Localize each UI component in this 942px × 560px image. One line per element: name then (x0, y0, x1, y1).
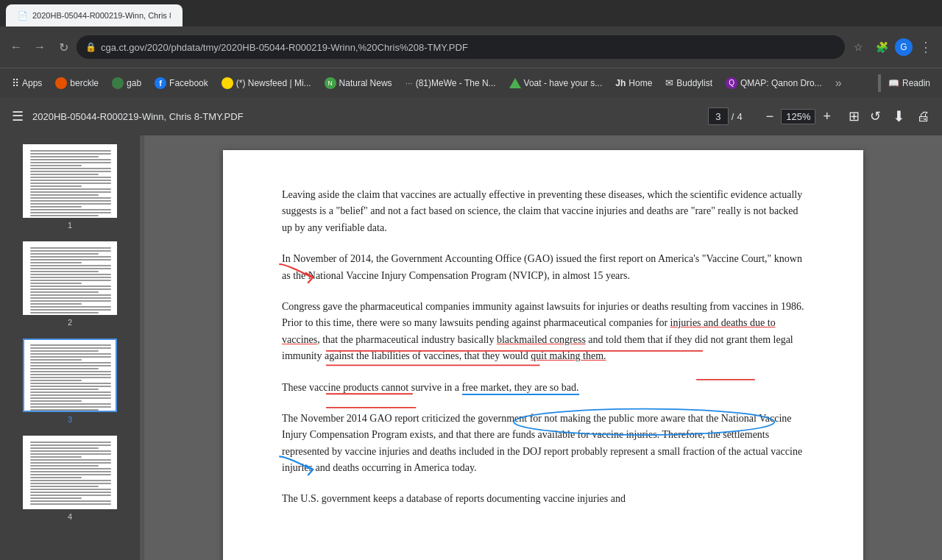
bookmark-qmap[interactable]: Q QMAP: Qanon Dro... (720, 74, 828, 92)
menu-button[interactable]: ⋮ (916, 37, 936, 57)
reading-icon: 📖 (888, 78, 899, 88)
bookmark-label: (81)MeWe - The N... (416, 78, 496, 88)
zoom-out-button[interactable]: − (762, 107, 779, 126)
bookmark-label: (*) Newsfeed | Mi... (236, 78, 311, 88)
more-bookmarks-icon: » (835, 77, 842, 90)
bookmark-mewe[interactable]: ··· (81)MeWe - The N... (400, 75, 502, 91)
download-button[interactable]: ⬇ (890, 104, 908, 128)
pdf-content-area: Leaving aside the claim that vaccines ar… (144, 135, 942, 560)
pdf-page-controls: / 4 − 125% + ⊞ ↺ (708, 105, 884, 127)
toolbar-divider (878, 74, 881, 92)
thumb-page-1 (23, 144, 117, 218)
pdf-viewer: ☰ 2020HB-05044-R000219-Winn, Chris 8-TMY… (0, 97, 942, 560)
bookmark-label: gab (127, 78, 141, 88)
tab-title: 2020HB-05044-R000219-Winn, Chris 8-TMY.P… (32, 11, 171, 20)
rotate-button[interactable]: ↺ (867, 105, 884, 127)
pdf-page-display: / 4 (708, 107, 743, 125)
pdf-paragraph-2: In November of 2014, the Government Acco… (282, 251, 804, 284)
thumb-num-1: 1 (68, 221, 72, 230)
gab-icon (112, 77, 124, 89)
pdf-paragraph-4: These vaccine products cannot survive in… (282, 380, 804, 396)
home-icon: Jh (615, 78, 626, 88)
pdf-total-pages: 4 (737, 111, 742, 122)
tab-bar: 📄 2020HB-05044-R000219-Winn, Chris 8-TMY… (0, 0, 942, 26)
zoom-in-button[interactable]: + (818, 107, 835, 126)
back-button[interactable]: ← (6, 37, 26, 57)
bookmark-apps[interactable]: ⠿ Apps (6, 74, 48, 92)
bookmark-gab[interactable]: gab (106, 74, 147, 92)
thumb-num-2: 2 (68, 318, 72, 327)
pdf-right-controls: ⬇ 🖨 (890, 104, 933, 128)
thumbnail-3[interactable]: 3 (6, 339, 134, 424)
forward-button[interactable]: → (29, 37, 50, 57)
thumbnail-2[interactable]: 2 (6, 241, 134, 327)
bookmark-label: Buddylist (676, 78, 712, 88)
mewe-icon: ··· (406, 78, 413, 88)
bookmark-naturalnews[interactable]: N Natural News (319, 74, 398, 92)
buddylist-icon: ✉ (665, 77, 673, 88)
bookmark-buddylist[interactable]: ✉ Buddylist (659, 74, 718, 91)
pdf-page-3: Leaving aside the claim that vaccines ar… (223, 150, 863, 560)
berckle-icon (55, 77, 67, 89)
voat-icon (509, 78, 521, 88)
print-button[interactable]: 🖨 (914, 106, 933, 127)
bookmark-reading[interactable]: 📖 Readin (882, 75, 936, 91)
bookmark-label: Apps (22, 78, 42, 88)
bookmark-berckle[interactable]: berckle (49, 74, 105, 92)
pdf-title: 2020HB-05044-R000219-Winn, Chris 8-TMY.P… (32, 111, 702, 122)
pdf-toolbar: ☰ 2020HB-05044-R000219-Winn, Chris 8-TMY… (0, 97, 942, 135)
star-button[interactable]: ☆ (848, 37, 868, 57)
bookmark-facebook[interactable]: f Facebook (149, 74, 214, 92)
bookmark-label: Readin (902, 78, 930, 88)
bookmark-more[interactable]: » (829, 74, 848, 93)
active-tab[interactable]: 📄 2020HB-05044-R000219-Winn, Chris 8-TMY… (6, 4, 183, 26)
newsfeed-icon (222, 77, 233, 89)
thumb-page-4 (23, 436, 117, 509)
browser-chrome: 📄 2020HB-05044-R000219-Winn, Chris 8-TMY… (0, 0, 942, 97)
bookmark-label: Natural News (339, 78, 392, 88)
thumb-page-3 (23, 339, 117, 412)
apps-icon: ⠿ (12, 77, 19, 89)
pdf-zoom-controls: − 125% + (762, 107, 835, 126)
url-bar-row: ← → ↻ 🔒 cga.ct.gov/2020/phdata/tmy/2020H… (0, 26, 942, 68)
thumb-num-3: 3 (68, 415, 72, 424)
bookmark-label: QMAP: Qanon Dro... (740, 78, 822, 88)
pdf-page-input[interactable] (708, 107, 729, 125)
thumbnail-4[interactable]: 4 (6, 436, 134, 521)
bookmark-newsfeed[interactable]: (*) Newsfeed | Mi... (216, 74, 317, 92)
thumb-num-4: 4 (68, 512, 72, 521)
fit-page-button[interactable]: ⊞ (846, 105, 863, 127)
zoom-value: 125% (781, 109, 815, 124)
bookmark-home[interactable]: Jh Home (609, 75, 658, 91)
qmap-icon: Q (726, 77, 737, 89)
pdf-body: 1 (0, 135, 942, 560)
profile-button[interactable]: G (895, 38, 913, 56)
lock-icon: 🔒 (85, 42, 96, 52)
pdf-paragraph-3: Congress gave the pharmaceutical compani… (282, 299, 804, 365)
thumbnail-1[interactable]: 1 (6, 144, 134, 230)
extension-button[interactable]: 🧩 (871, 37, 892, 57)
bookmark-voat[interactable]: Voat - have your s... (503, 75, 609, 91)
thumb-page-2 (23, 241, 117, 315)
bookmark-label: Voat - have your s... (524, 78, 603, 88)
naturalnews-icon: N (325, 77, 336, 89)
bookmark-label: berckle (70, 78, 99, 88)
url-text: cga.ct.gov/2020/phdata/tmy/2020HB-05044-… (101, 42, 468, 53)
reload-button[interactable]: ↻ (53, 37, 74, 57)
url-bar[interactable]: 🔒 cga.ct.gov/2020/phdata/tmy/2020HB-0504… (77, 35, 845, 59)
bookmarks-bar: ⠿ Apps berckle gab f Facebook (*) Newsfe… (0, 68, 942, 97)
pdf-page-separator: / (732, 111, 734, 122)
thumbnail-panel: 1 (0, 135, 140, 560)
pdf-paragraph-5: The November 2014 GAO report criticized … (282, 411, 804, 477)
pdf-paragraph-6: The U.S. government keeps a database of … (282, 491, 804, 507)
bookmark-label: Home (628, 78, 652, 88)
pdf-paragraph-1: Leaving aside the claim that vaccines ar… (282, 187, 804, 236)
pdf-menu-button[interactable]: ☰ (9, 105, 26, 127)
facebook-icon: f (155, 77, 166, 89)
bookmark-label: Facebook (169, 78, 208, 88)
